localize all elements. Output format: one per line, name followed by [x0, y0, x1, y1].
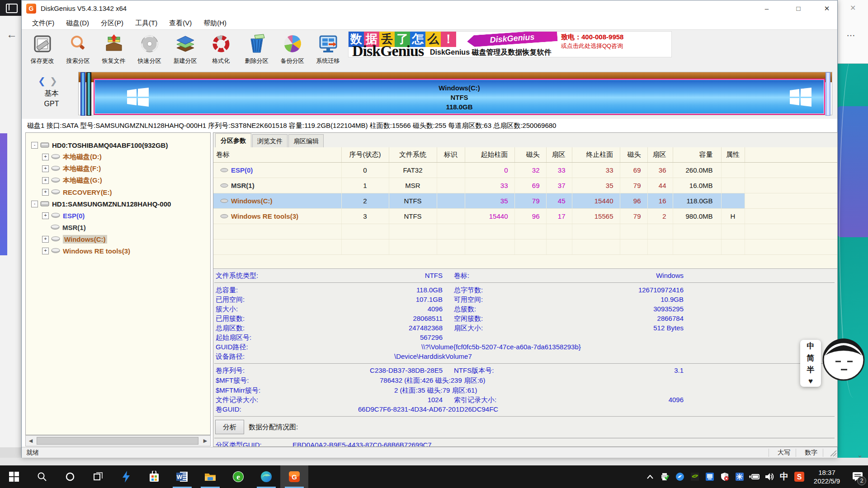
ime-heart-icon[interactable]: ♥	[808, 377, 813, 386]
quick-partition-button[interactable]: 快速分区	[132, 32, 167, 68]
start-button[interactable]	[0, 465, 28, 488]
power-plug-icon[interactable]	[747, 465, 762, 488]
intel-graphics-icon[interactable]	[702, 465, 717, 488]
tree-item-local-g[interactable]: + 本地磁盘(G:)	[26, 174, 210, 186]
menu-file[interactable]: 文件(F)	[26, 18, 60, 28]
ime-mascot-avatar[interactable]	[822, 338, 865, 381]
titlebar[interactable]: G DiskGenius V5.4.3.1342 x64 – □ ✕	[22, 0, 837, 17]
overflow-menu-icon[interactable]: …	[846, 28, 856, 38]
table-row-msr[interactable]: MSR(1) 1MSR 336937 357944 16.0MB	[213, 178, 838, 193]
word-button[interactable]: W	[168, 465, 196, 488]
expand-icon[interactable]: +	[42, 248, 49, 254]
partition-icon	[220, 214, 228, 219]
flash-app-button[interactable]	[112, 465, 140, 488]
tree-item-local-f[interactable]: + 本地磁盘(F:)	[26, 163, 210, 174]
taskbar-clock[interactable]: 18:37 2022/5/9	[807, 468, 847, 485]
new-partition-button[interactable]: 新建分区	[167, 32, 203, 68]
save-changes-button[interactable]: 保存更改	[24, 32, 60, 68]
recover-files-button[interactable]: 恢复文件	[96, 32, 132, 68]
esp-partition-sliver[interactable]	[80, 72, 85, 116]
cortana-button[interactable]	[56, 465, 84, 488]
tree-item-msr[interactable]: MSR(1)	[26, 221, 210, 233]
caps-indicator: 大写	[778, 449, 790, 457]
menu-partition[interactable]: 分区(P)	[95, 18, 129, 28]
nav-left-icon[interactable]: ❮	[38, 75, 46, 86]
background-close-icon[interactable]: ✕	[850, 4, 856, 12]
menu-help[interactable]: 帮助(H)	[198, 18, 232, 28]
file-explorer-button[interactable]	[196, 465, 224, 488]
tab-partition-params[interactable]: 分区参数	[215, 133, 251, 148]
partition-icon	[51, 178, 60, 183]
tree-item-hd1[interactable]: - HD1:SAMSUNGMZNLN128HAHQ-000	[26, 198, 210, 210]
ie-browser-button[interactable]: e	[224, 465, 252, 488]
task-view-button[interactable]	[84, 465, 112, 488]
ad-banner[interactable]: 数 据 丢 了 怎 么 ！ DiskGenius DiskGenius 致电：4…	[348, 31, 672, 57]
msr-partition-sliver[interactable]	[86, 72, 91, 116]
snowflake-app-icon[interactable]	[732, 465, 747, 488]
format-button[interactable]: 格式化	[203, 32, 239, 68]
close-button[interactable]: ✕	[816, 0, 837, 17]
windows-c-partition-box[interactable]: Windows(C:) NTFS 118.0GB	[94, 79, 825, 115]
re-tools-partition-sliver[interactable]	[826, 72, 830, 116]
ime-language-icon[interactable]: 中	[777, 465, 792, 488]
desktop-wallpaper-left	[0, 133, 7, 255]
resize-grip[interactable]	[830, 450, 836, 456]
menu-disk[interactable]: 磁盘(D)	[60, 18, 95, 28]
menu-tools[interactable]: 工具(T)	[129, 18, 163, 28]
backup-partition-button[interactable]: 备份分区	[274, 32, 310, 68]
messenger-bird-icon[interactable]	[672, 465, 687, 488]
minimize-button[interactable]: –	[756, 0, 777, 17]
table-row-windows-c-selected[interactable]: Windows(C:) 2NTFS 357945 154409616 118.0…	[213, 193, 838, 209]
ime-status-panel[interactable]: 中 简 半 ♥	[800, 340, 821, 387]
tab-browse-files[interactable]: 浏览文件	[252, 134, 288, 147]
analyze-button[interactable]: 分析	[215, 420, 244, 434]
delete-partition-button[interactable]: 删除分区	[239, 32, 274, 68]
expand-icon[interactable]: +	[42, 177, 49, 184]
tree-item-windows-re[interactable]: + Windows RE tools(3)	[26, 245, 210, 257]
back-arrow-icon[interactable]: ←	[6, 28, 17, 41]
search-partition-button[interactable]: 搜索分区	[60, 32, 96, 68]
expand-icon[interactable]: +	[42, 212, 49, 219]
action-center-button[interactable]: 2	[847, 465, 868, 488]
table-row-esp[interactable]: ESP(0) 0FAT32 03233 336936 260.0MB	[213, 163, 838, 178]
ime-simplified-mode[interactable]: 简	[807, 353, 815, 363]
tray-chevron-icon[interactable]	[642, 465, 657, 488]
expand-icon[interactable]: +	[42, 165, 49, 172]
scroll-right-icon[interactable]: ▶	[200, 438, 210, 444]
nvidia-settings-icon[interactable]	[687, 465, 702, 488]
collapse-icon[interactable]: -	[31, 201, 38, 207]
system-migrate-button[interactable]: 系统迁移	[310, 32, 346, 68]
table-row-windows-re[interactable]: Windows RE tools(3) 3NTFS 154409617 1556…	[213, 209, 838, 224]
menu-view[interactable]: 查看(V)	[163, 18, 198, 28]
expand-icon[interactable]: +	[42, 189, 49, 196]
edge-button[interactable]	[252, 465, 280, 488]
banner-qq-link[interactable]: 或点击此处选择QQ咨询	[561, 42, 672, 50]
scroll-down-chevron-icon[interactable]: ⌄	[857, 451, 863, 459]
ime-chinese-mode[interactable]: 中	[807, 341, 815, 351]
tree-item-local-d[interactable]: + 本地磁盘(D:)	[26, 151, 210, 163]
tab-sector-edit[interactable]: 扇区编辑	[288, 134, 324, 147]
volume-icon[interactable]	[762, 465, 777, 488]
disk-tree[interactable]: - HD0:TOSHIBAMQ04ABF100(932GB) + 本地磁盘(D:…	[25, 132, 211, 435]
scrollbar-thumb[interactable]	[37, 437, 198, 445]
expand-icon[interactable]: +	[42, 154, 49, 160]
nav-right-icon[interactable]: ❯	[50, 75, 57, 86]
tree-item-esp[interactable]: + ESP(0)	[26, 210, 210, 221]
expand-icon[interactable]: +	[42, 236, 49, 243]
collapse-icon[interactable]: -	[31, 142, 38, 149]
defender-alert-icon[interactable]	[717, 465, 732, 488]
ime-halfwidth-mode[interactable]: 半	[807, 365, 815, 375]
sogou-icon[interactable]: S	[792, 465, 807, 488]
tree-item-windows-c[interactable]: + Windows(C:)	[26, 233, 210, 245]
tree-item-recovery-e[interactable]: + RECOVERY(E:)	[26, 186, 210, 198]
diskgenius-taskbar-button[interactable]: G	[280, 465, 308, 488]
taskbar-search-button[interactable]	[28, 465, 56, 488]
microsoft-store-button[interactable]	[140, 465, 168, 488]
tree-horizontal-scrollbar[interactable]: ◀ ▶	[25, 435, 211, 446]
scroll-left-icon[interactable]: ◀	[26, 438, 36, 444]
disk-bar[interactable]: Windows(C:) NTFS 118.0GB	[78, 72, 832, 115]
maximize-button[interactable]: □	[788, 0, 809, 17]
tree-item-hd0[interactable]: - HD0:TOSHIBAMQ04ABF100(932GB)	[26, 139, 210, 151]
printer-check-icon[interactable]	[657, 465, 672, 488]
store-icon	[149, 471, 160, 483]
